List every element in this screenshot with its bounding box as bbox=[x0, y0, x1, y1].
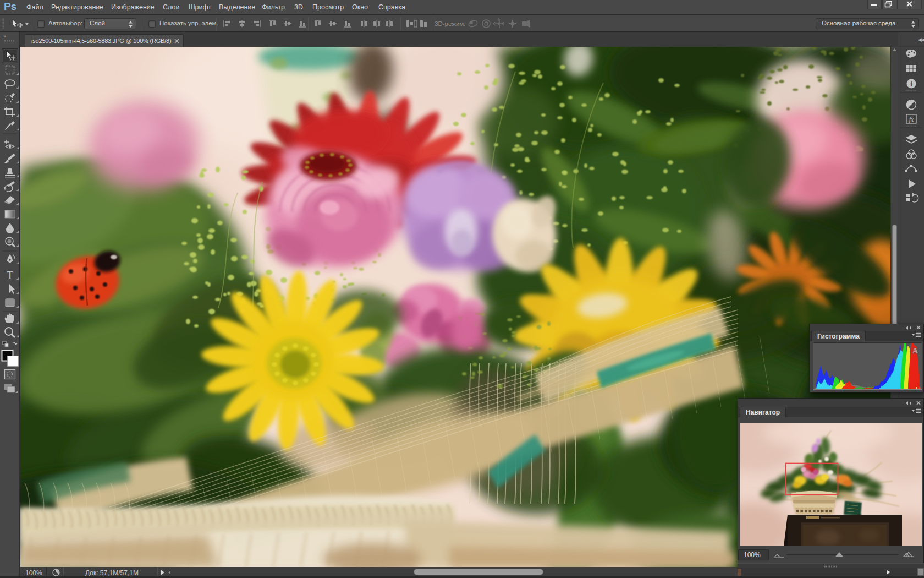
svg-text:»: » bbox=[3, 34, 6, 39]
svg-text:i: i bbox=[910, 80, 912, 88]
svg-text:fx: fx bbox=[909, 116, 914, 123]
svg-text:T: T bbox=[7, 269, 13, 281]
svg-text:◀◀: ◀◀ bbox=[918, 37, 924, 42]
svg-text:A: A bbox=[912, 347, 919, 355]
